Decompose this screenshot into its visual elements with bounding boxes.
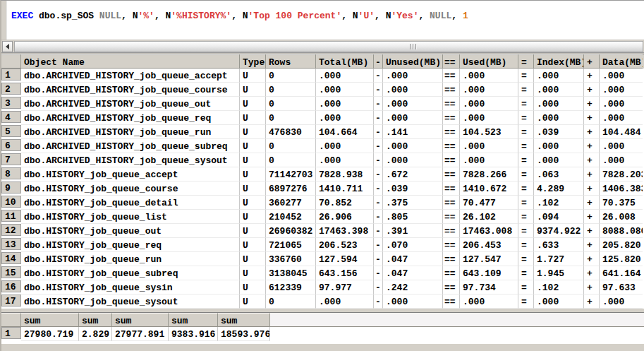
cell[interactable]: .000: [316, 111, 374, 125]
cell[interactable]: .047: [383, 266, 443, 280]
cell[interactable]: 8088.086: [600, 224, 643, 238]
cell[interactable]: ==: [443, 69, 460, 83]
cell[interactable]: 27980.719: [21, 327, 79, 341]
cell[interactable]: dbo.HISTORY_job_queue_course: [21, 182, 240, 196]
cell[interactable]: .242: [383, 280, 443, 295]
cell[interactable]: ==: [443, 139, 460, 153]
cell[interactable]: U: [240, 139, 266, 153]
cell[interactable]: +: [584, 182, 600, 196]
cell[interactable]: [270, 327, 644, 341]
row-number[interactable]: 14: [1, 252, 21, 264]
row-number[interactable]: 1: [1, 69, 21, 81]
cell[interactable]: +: [584, 83, 600, 97]
column-header[interactable]: ==: [443, 54, 460, 69]
row-number[interactable]: 15: [1, 266, 21, 278]
row-number[interactable]: 13: [1, 238, 21, 250]
cell[interactable]: dbo.HISTORY_job_queue_sysout: [21, 295, 240, 309]
cell[interactable]: 7828.203: [600, 167, 643, 182]
cell[interactable]: ==: [443, 280, 460, 295]
cell[interactable]: ==: [443, 252, 460, 266]
cell[interactable]: dbo.ARCHIVED_HISTORY_job_queue_accept: [21, 69, 240, 83]
row-number[interactable]: 6: [1, 139, 21, 151]
cell[interactable]: 104.523: [460, 125, 518, 139]
cell[interactable]: 7828.266: [460, 167, 518, 182]
cell[interactable]: 0: [266, 111, 316, 125]
cell[interactable]: -: [374, 280, 383, 295]
cell[interactable]: U: [240, 83, 266, 97]
cell[interactable]: 0: [266, 153, 316, 167]
cell[interactable]: ==: [443, 97, 460, 111]
cell[interactable]: -: [374, 196, 383, 210]
cell[interactable]: .141: [383, 125, 443, 139]
cell[interactable]: .000: [460, 83, 518, 97]
cell[interactable]: .000: [383, 295, 443, 309]
cell[interactable]: ==: [443, 111, 460, 125]
cell[interactable]: .391: [383, 224, 443, 238]
cell[interactable]: -: [374, 266, 383, 280]
cell[interactable]: dbo.HISTORY_job_queue_req: [21, 238, 240, 252]
cell[interactable]: .047: [383, 252, 443, 266]
cell[interactable]: .000: [316, 83, 374, 97]
cell[interactable]: 9383.916: [169, 327, 218, 341]
row-number[interactable]: 5: [1, 125, 21, 137]
scroll-left-button[interactable]: [2, 41, 13, 52]
cell[interactable]: 104.664: [316, 125, 374, 139]
cell[interactable]: .070: [383, 238, 443, 252]
cell[interactable]: 127.547: [460, 252, 518, 266]
column-header[interactable]: =: [518, 54, 534, 69]
row-number[interactable]: 11: [1, 210, 21, 222]
cell[interactable]: 612339: [266, 280, 316, 295]
cell[interactable]: dbo.HISTORY_job_queue_accept: [21, 167, 240, 182]
cell[interactable]: -: [374, 153, 383, 167]
cell[interactable]: 127.594: [316, 252, 374, 266]
cell[interactable]: 0: [266, 69, 316, 83]
cell[interactable]: ==: [443, 153, 460, 167]
cell[interactable]: .000: [316, 153, 374, 167]
cell[interactable]: +: [584, 139, 600, 153]
cell[interactable]: U: [240, 238, 266, 252]
cell[interactable]: 6897276: [266, 182, 316, 196]
cell[interactable]: 70.852: [316, 196, 374, 210]
cell[interactable]: =: [518, 252, 534, 266]
cell[interactable]: dbo.ARCHIVED_HISTORY_job_queue_subreq: [21, 139, 240, 153]
cell[interactable]: =: [518, 83, 534, 97]
cell[interactable]: dbo.ARCHIVED_HISTORY_job_queue_course: [21, 83, 240, 97]
cell[interactable]: .000: [383, 69, 443, 83]
cell[interactable]: .000: [383, 83, 443, 97]
cell[interactable]: .375: [383, 196, 443, 210]
cell[interactable]: 206.523: [316, 238, 374, 252]
column-header[interactable]: sum: [112, 313, 169, 327]
cell[interactable]: U: [240, 153, 266, 167]
cell[interactable]: ==: [443, 210, 460, 224]
cell[interactable]: -: [374, 83, 383, 97]
cell[interactable]: 2.829: [79, 327, 112, 341]
cell[interactable]: 643.156: [316, 266, 374, 280]
cell[interactable]: 0: [266, 139, 316, 153]
column-header[interactable]: Object Name: [21, 54, 240, 69]
row-number[interactable]: 16: [1, 280, 21, 292]
column-header[interactable]: Data(MB): [600, 54, 643, 69]
cell[interactable]: U: [240, 97, 266, 111]
cell[interactable]: 476830: [266, 125, 316, 139]
cell[interactable]: 7828.938: [316, 167, 374, 182]
cell[interactable]: 26.906: [316, 210, 374, 224]
cell[interactable]: =: [518, 210, 534, 224]
cell[interactable]: dbo.HISTORY_job_queue_run: [21, 252, 240, 266]
cell[interactable]: .000: [534, 83, 584, 97]
cell[interactable]: 17463.398: [316, 224, 374, 238]
cell[interactable]: =: [518, 139, 534, 153]
cell[interactable]: dbo.ARCHIVED_HISTORY_job_queue_run: [21, 125, 240, 139]
cell[interactable]: 97.977: [316, 280, 374, 295]
cell[interactable]: 4.289: [534, 182, 584, 196]
cell[interactable]: 641.164: [600, 266, 643, 280]
cell[interactable]: dbo.HISTORY_job_queue_detail: [21, 196, 240, 210]
cell[interactable]: =: [518, 167, 534, 182]
cell[interactable]: .000: [534, 139, 584, 153]
cell[interactable]: 70.477: [460, 196, 518, 210]
cell[interactable]: .094: [534, 210, 584, 224]
cell[interactable]: U: [240, 252, 266, 266]
cell[interactable]: 26.008: [600, 210, 643, 224]
cell[interactable]: .000: [534, 69, 584, 83]
scrollbar-thumb[interactable]: [14, 41, 643, 52]
cell[interactable]: .000: [600, 153, 643, 167]
